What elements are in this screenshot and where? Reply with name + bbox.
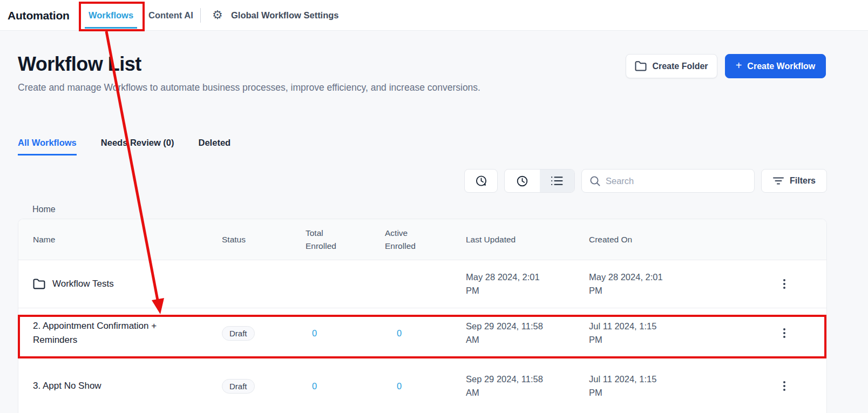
create-workflow-button[interactable]: + Create Workflow [725, 54, 826, 78]
clock-icon [516, 174, 529, 188]
plus-icon: + [736, 59, 742, 72]
view-toggle [504, 169, 575, 193]
app-title: Automation [8, 0, 70, 31]
folder-icon [33, 279, 45, 289]
col-active-enrolled: Active Enrolled [385, 227, 418, 253]
active-enrolled-link[interactable]: 0 [385, 381, 466, 391]
col-last-updated: Last Updated [466, 233, 589, 246]
list-view-icon [551, 175, 564, 186]
time-view-button[interactable] [505, 170, 540, 192]
col-created-on: Created On [589, 233, 713, 246]
workflow-name[interactable]: 2. Appointment Confirmation + Reminders [33, 319, 179, 347]
workflow-name[interactable]: 3. Appt No Show [33, 379, 101, 393]
search-input[interactable] [606, 176, 747, 186]
status-badge: Draft [222, 379, 255, 394]
list-view-button[interactable] [540, 170, 575, 192]
last-updated-value: Sep 29 2024, 11:58 AM [466, 373, 547, 400]
search-box [581, 169, 755, 193]
history-button[interactable] [464, 169, 498, 193]
tab-needs-review[interactable]: Needs Review (0) [101, 138, 174, 155]
tab-workflows[interactable]: Workflows [85, 0, 137, 31]
status-badge: Draft [222, 326, 255, 341]
col-status: Status [222, 233, 306, 246]
breadcrumb[interactable]: Home [32, 205, 56, 214]
col-total-enrolled: Total Enrolled [306, 227, 339, 253]
tab-all-workflows[interactable]: All Workflows [18, 138, 77, 155]
active-enrolled-link[interactable]: 0 [385, 328, 466, 338]
folder-icon [635, 61, 647, 71]
divider [200, 8, 201, 23]
table-row[interactable]: 2. Appointment Confirmation + Reminders … [18, 308, 826, 358]
filters-button[interactable]: Filters [761, 169, 827, 193]
history-icon [474, 174, 488, 188]
created-on-value: Jul 11 2024, 1:15 PM [589, 373, 670, 400]
create-folder-button[interactable]: Create Folder [626, 54, 717, 78]
workflow-list-tabs: All Workflows Needs Review (0) Deleted [18, 138, 230, 155]
row-menu-button[interactable] [780, 325, 789, 341]
page-description: Create and manage Workflows to automate … [18, 79, 514, 96]
row-menu-button[interactable] [780, 378, 789, 394]
filter-icon [772, 177, 784, 185]
top-navigation-bar: Automation Workflows Content AI ⚙ Global… [0, 0, 868, 31]
workflow-table: Name Status Total Enrolled Active Enroll… [18, 219, 827, 413]
tab-deleted[interactable]: Deleted [199, 138, 231, 155]
created-on-value: May 28 2024, 2:01 PM [589, 270, 670, 297]
row-menu-button[interactable] [780, 276, 789, 292]
col-name: Name [33, 233, 222, 246]
table-row[interactable]: 3. Appt No Show Draft 0 0 Sep 29 2024, 1… [18, 358, 826, 413]
page-title: Workflow List [18, 53, 141, 76]
tab-content-ai[interactable]: Content AI [148, 0, 193, 31]
folder-name[interactable]: Workflow Tests [52, 277, 114, 291]
search-icon [589, 175, 601, 187]
last-updated-value: Sep 29 2024, 11:58 AM [466, 320, 547, 347]
table-header-row: Name Status Total Enrolled Active Enroll… [18, 219, 826, 260]
global-workflow-settings-link[interactable]: Global Workflow Settings [231, 0, 339, 31]
list-toolbar: Filters [464, 169, 827, 193]
created-on-value: Jul 11 2024, 1:15 PM [589, 320, 670, 347]
table-row[interactable]: Workflow Tests May 28 2024, 2:01 PM May … [18, 260, 826, 308]
active-tab-underline [85, 27, 137, 29]
gear-icon: ⚙ [212, 8, 223, 23]
header-actions: Create Folder + Create Workflow [626, 54, 826, 78]
last-updated-value: May 28 2024, 2:01 PM [466, 270, 547, 297]
total-enrolled-link[interactable]: 0 [306, 328, 385, 338]
total-enrolled-link[interactable]: 0 [306, 381, 385, 391]
